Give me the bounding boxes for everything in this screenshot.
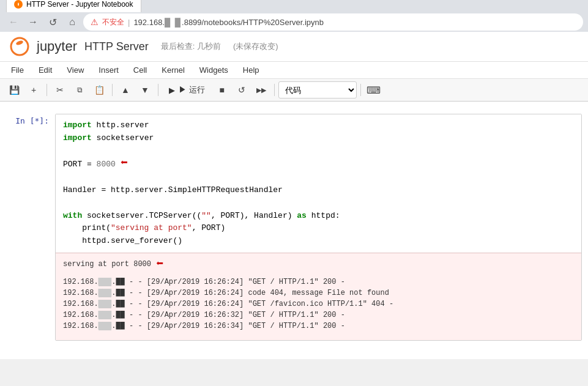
browser-toolbar: ← → ↺ ⌂ ⚠ 不安全 | 192.168.█ █.8899/noteboo…: [0, 12, 588, 32]
code-line-3: [63, 145, 574, 158]
security-warning-text: 不安全: [102, 17, 124, 28]
run-button[interactable]: ▶ ▶ 运行: [162, 81, 212, 98]
code-line-5: [63, 171, 574, 184]
fast-forward-button[interactable]: ▶▶: [252, 81, 270, 98]
cell-code-content[interactable]: import http.server import socketserver P…: [55, 114, 582, 341]
cut-button[interactable]: ✂: [51, 81, 69, 98]
keyboard-button[interactable]: ⌨: [365, 81, 383, 98]
reload-button[interactable]: ↺: [44, 13, 61, 31]
notebook-title[interactable]: HTTP Server: [84, 40, 149, 53]
code-line-6: Handler = http.server.SimpleHTTPRequestH…: [63, 184, 574, 197]
code-cell-container: In [*]: import http.server import socket…: [0, 114, 588, 341]
run-icon: ▶: [169, 86, 175, 95]
toolbar: 💾 + ✂ ⧉ 📋 ▲ ▼ ▶ ▶ 运行 ■ ↺ ▶▶ 代码 Markdown …: [0, 79, 588, 102]
home-button[interactable]: ⌂: [64, 13, 81, 31]
log-line-3: 192.168.█ █.██ - - [29/Apr/2019 16:26:24…: [63, 299, 574, 310]
toolbar-sep-1: [47, 84, 47, 96]
restart-button[interactable]: ↺: [233, 81, 251, 98]
serving-text: serving at port 8000: [63, 259, 151, 270]
browser-tabs: HTTP Server - Jupyter Notebook: [0, 0, 588, 12]
menu-kernel[interactable]: Kernel: [155, 63, 191, 77]
paste-button[interactable]: 📋: [90, 81, 108, 98]
browser-chrome: HTTP Server - Jupyter Notebook ← → ↺ ⌂ ⚠…: [0, 0, 588, 32]
log-line-5: 192.168.█ █.██ - - [29/Apr/2019 16:26:34…: [63, 321, 574, 332]
code-editor[interactable]: import http.server import socketserver P…: [56, 114, 581, 253]
menu-cell[interactable]: Cell: [127, 63, 153, 77]
forward-button[interactable]: →: [24, 13, 42, 31]
menu-help[interactable]: Help: [237, 63, 266, 77]
code-line-4: PORT = 8000 ⬅: [63, 157, 574, 171]
serving-output-line: serving at port 8000 ⬅: [63, 258, 574, 270]
menu-bar: File Edit View Insert Cell Kernel Widget…: [0, 62, 588, 79]
move-down-button[interactable]: ▼: [136, 81, 154, 98]
toolbar-sep-5: [360, 84, 361, 96]
code-line-7: [63, 197, 574, 210]
back-button[interactable]: ←: [5, 13, 22, 31]
url-separator: |: [128, 18, 130, 27]
log-output: 192.168.█ █.██ - - [29/Apr/2019 16:26:24…: [63, 273, 574, 335]
notebook-content: In [*]: import http.server import socket…: [0, 102, 588, 359]
copy-button[interactable]: ⧉: [70, 81, 89, 98]
cell-label: In [*]:: [6, 114, 55, 341]
url-prefix: 192.168.: [133, 18, 165, 27]
tab-title: HTTP Server - Jupyter Notebook: [26, 0, 133, 9]
last-check: 最后检查: 几秒前: [161, 41, 221, 52]
url-suffix: .8899/notebooks/HTTP%20Server.ipynb: [182, 18, 324, 27]
code-line-2: import socketserver: [63, 132, 574, 145]
jupyter-brand: jupyter: [37, 39, 77, 54]
svg-point-1: [11, 38, 28, 55]
stop-button[interactable]: ■: [213, 81, 231, 98]
run-label: ▶ 运行: [179, 84, 205, 95]
add-cell-button[interactable]: +: [24, 81, 43, 98]
arrow-annotation: ⬅: [156, 258, 163, 270]
menu-insert[interactable]: Insert: [92, 63, 125, 77]
menu-view[interactable]: View: [61, 63, 90, 77]
log-line-1: 192.168.█ █.██ - - [29/Apr/2019 16:26:24…: [63, 277, 574, 288]
move-up-button[interactable]: ▲: [116, 81, 135, 98]
tab-favicon: [14, 0, 23, 9]
cell-output: serving at port 8000 ⬅ 192.168.█ █.██ - …: [56, 253, 581, 340]
url-display: 192.168.█ █.8899/notebooks/HTTP%20Server…: [133, 18, 324, 27]
menu-file[interactable]: File: [5, 63, 30, 77]
menu-widgets[interactable]: Widgets: [193, 63, 234, 77]
address-bar[interactable]: ⚠ 不安全 | 192.168.█ █.8899/notebooks/HTTP%…: [83, 13, 583, 31]
url-blur: █ █: [165, 18, 182, 27]
jupyter-logo: [10, 37, 29, 56]
unsaved-status: (未保存改变): [233, 41, 278, 52]
toolbar-sep-3: [158, 84, 158, 96]
toolbar-sep-2: [112, 84, 113, 96]
svg-point-2: [15, 40, 23, 46]
active-tab[interactable]: HTTP Server - Jupyter Notebook: [6, 0, 141, 12]
jupyter-header: jupyter HTTP Server 最后检查: 几秒前 (未保存改变): [0, 32, 588, 62]
code-line-1: import http.server: [63, 119, 574, 132]
code-line-8: with socketserver.TCPServer(("", PORT), …: [63, 210, 574, 223]
menu-edit[interactable]: Edit: [32, 63, 58, 77]
log-line-2: 192.168.█ █.██ - - [29/Apr/2019 16:26:24…: [63, 288, 574, 299]
log-line-4: 192.168.█ █.██ - - [29/Apr/2019 16:26:32…: [63, 310, 574, 321]
toolbar-sep-4: [274, 84, 275, 96]
save-button[interactable]: 💾: [5, 81, 23, 98]
security-warning-icon: ⚠: [91, 17, 99, 27]
code-line-9: print("serving at port", PORT): [63, 222, 574, 235]
code-line-10: httpd.serve_forever(): [63, 235, 574, 248]
cell-type-selector[interactable]: 代码 Markdown Raw NBConvert: [278, 81, 357, 98]
